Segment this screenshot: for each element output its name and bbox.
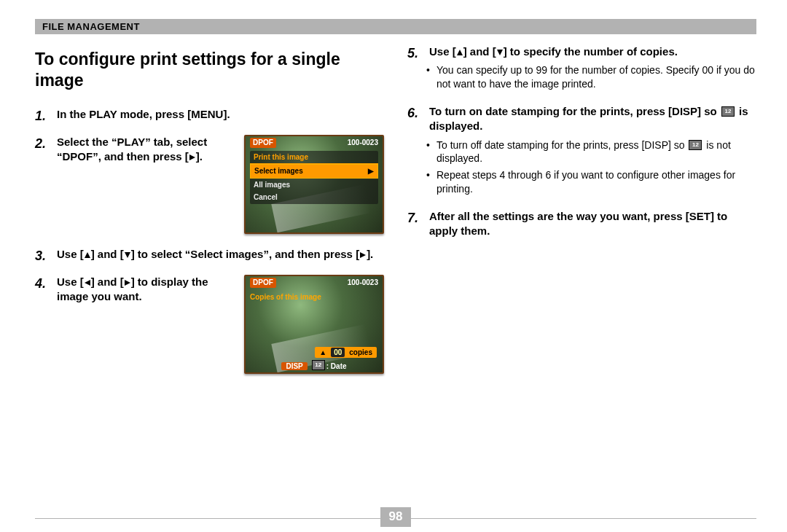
screen1-row-cancel: Cancel <box>250 191 378 204</box>
steps-left: In the PLAY mode, press [MENU]. Select t… <box>35 107 384 375</box>
screen1-panel-title: Print this image <box>250 151 378 165</box>
step-1: In the PLAY mode, press [MENU]. <box>35 107 384 122</box>
right-column: Use [] and [] to specify the number of c… <box>407 44 756 500</box>
left-column: To configure print settings for a single… <box>35 44 384 500</box>
screen2-copies-count: 00 <box>331 348 345 358</box>
step-3-text-a: Use [ <box>57 248 84 260</box>
step-2: Select the “PLAY” tab, select “DPOF”, an… <box>35 135 384 234</box>
camera-screen-2: DPOF 100-0023 Copies of this image ▲ 00 … <box>244 275 384 374</box>
screen2-copies-up-icon: ▲ <box>319 348 326 358</box>
step-3-text-c: ] to select “Select images”, and then pr… <box>131 248 359 260</box>
screen2-disp-badge: DISP <box>281 362 307 370</box>
right-triangle-icon <box>189 154 196 161</box>
step-2-text-b: ]. <box>196 150 203 163</box>
screen1-filenum: 100-0023 <box>348 138 378 148</box>
step-5-text-a: Use [ <box>429 45 456 58</box>
up-triangle-icon <box>84 251 91 259</box>
step-4-text-b: ] and [ <box>91 275 124 288</box>
step-6-sub-2: Repeat steps 4 through 6 if you want to … <box>426 168 756 196</box>
step-3-text-d: ]. <box>367 248 373 260</box>
step-5: Use [] and [] to specify the number of c… <box>407 44 756 91</box>
screen2-filenum: 100-0023 <box>348 278 378 288</box>
step-4-text-a: Use [ <box>57 275 84 288</box>
right-triangle-icon <box>359 251 367 259</box>
step-6-text-a: To turn on date stamping for the prints,… <box>429 105 720 117</box>
svg-marker-0 <box>189 154 195 160</box>
down-triangle-icon <box>496 49 504 56</box>
svg-marker-3 <box>360 252 366 258</box>
step-6-sub-1: To turn off date stamping for the prints… <box>426 138 756 166</box>
screen1-row-select-images: Select images ▶ <box>250 164 378 179</box>
step-6: To turn on date stamping for the prints,… <box>407 104 756 196</box>
step-5-text-c: ] to specify the number of copies. <box>504 45 678 58</box>
step-3-text-b: ] and [ <box>91 248 124 260</box>
date-stamp-icon <box>312 360 325 370</box>
screen2-title: Copies of this image <box>250 292 321 302</box>
svg-marker-2 <box>125 252 130 258</box>
page-title: To configure print settings for a single… <box>35 49 384 91</box>
screen2-copies-badge: ▲ 00 copies <box>315 347 377 359</box>
steps-right: Use [] and [] to specify the number of c… <box>407 44 756 239</box>
screen1-row1-arrow-icon: ▶ <box>368 166 374 176</box>
step-3: Use [] and [] to select “Select images”,… <box>35 247 384 262</box>
svg-marker-1 <box>85 252 90 258</box>
screen1-dpof-badge: DPOF <box>250 138 276 148</box>
screen1-row1-label: Select images <box>254 166 303 176</box>
screen1-row-all-images: All images <box>250 179 378 192</box>
screen2-date-label: : Date <box>326 362 347 370</box>
step-2-text-a: Select the “PLAY” tab, select “DPOF”, an… <box>57 136 207 163</box>
step-4: Use [] and [] to display the image you w… <box>35 275 384 374</box>
section-header: File Management <box>35 19 756 34</box>
svg-marker-4 <box>85 280 90 286</box>
screen2-disp-row: DISP: Date <box>250 360 378 372</box>
camera-screen-1: DPOF 100-0023 Print this image Select im… <box>244 135 384 234</box>
step-6-sub-1a: To turn off date stamping for the prints… <box>436 139 687 151</box>
down-triangle-icon <box>124 251 131 259</box>
screen2-copies-label: copies <box>349 348 372 358</box>
page-number: 98 <box>380 507 412 527</box>
step-5-text-b: ] and [ <box>463 45 496 58</box>
left-triangle-icon <box>84 279 91 286</box>
content-columns: To configure print settings for a single… <box>35 44 756 500</box>
step-7: After all the settings are the way you w… <box>407 209 756 239</box>
date-stamp-icon <box>689 140 702 150</box>
right-triangle-icon <box>124 279 131 286</box>
svg-marker-6 <box>457 50 463 55</box>
step-5-sub-1: You can specify up to 99 for the number … <box>426 63 756 91</box>
svg-marker-5 <box>125 280 130 286</box>
date-stamp-icon <box>721 106 735 117</box>
screen1-panel: Print this image Select images ▶ All ima… <box>250 151 378 204</box>
screen2-dpof-badge: DPOF <box>250 278 276 288</box>
svg-marker-7 <box>497 50 503 55</box>
page-footer: 98 <box>35 507 756 519</box>
up-triangle-icon <box>456 49 463 56</box>
